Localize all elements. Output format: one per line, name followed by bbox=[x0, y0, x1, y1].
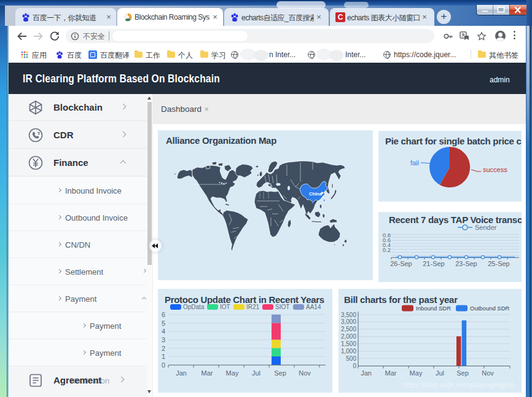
svg-text:3,000: 3,000 bbox=[341, 318, 356, 325]
svg-text:Jul: Jul bbox=[436, 369, 444, 377]
svg-text:May: May bbox=[410, 369, 423, 377]
svg-text:Outbound SDR: Outbound SDR bbox=[470, 305, 510, 312]
svg-text:3,500: 3,500 bbox=[341, 312, 356, 318]
svg-text:26-Sep: 26-Sep bbox=[390, 260, 412, 267]
svg-text:IOT: IOT bbox=[220, 304, 230, 310]
svg-text:Sender: Sender bbox=[475, 224, 497, 231]
svg-text:Sep: Sep bbox=[456, 369, 469, 377]
svg-text:fail: fail bbox=[410, 159, 419, 167]
svg-text:1: 1 bbox=[162, 353, 165, 360]
svg-text:500: 500 bbox=[346, 355, 356, 362]
svg-text:China: China bbox=[309, 191, 323, 197]
svg-text:3: 3 bbox=[162, 336, 165, 344]
svg-text:AA14: AA14 bbox=[306, 304, 321, 310]
svg-text:0: 0 bbox=[353, 363, 356, 369]
svg-text:0.2: 0.2 bbox=[383, 246, 391, 253]
svg-text:1,000: 1,000 bbox=[341, 348, 356, 355]
svg-text:Jan: Jan bbox=[176, 369, 187, 377]
svg-text:Mar: Mar bbox=[201, 369, 213, 377]
svg-text:SIOT: SIOT bbox=[275, 304, 289, 310]
svg-text:21-Sep: 21-Sep bbox=[423, 260, 444, 267]
svg-text:1,500: 1,500 bbox=[341, 340, 356, 347]
svg-text:OpData: OpData bbox=[183, 304, 205, 310]
svg-text:Nov: Nov bbox=[482, 369, 494, 377]
svg-text:2,500: 2,500 bbox=[341, 326, 356, 332]
svg-text:4: 4 bbox=[162, 328, 165, 335]
svg-text:Jul: Jul bbox=[252, 369, 260, 377]
svg-text:0: 0 bbox=[162, 361, 165, 369]
svg-text:success: success bbox=[483, 166, 507, 173]
svg-text:25-Sep: 25-Sep bbox=[488, 260, 509, 267]
svg-text:23-Sep: 23-Sep bbox=[455, 260, 477, 267]
svg-text:6: 6 bbox=[162, 311, 165, 318]
svg-text:Inbound SDR: Inbound SDR bbox=[416, 305, 451, 312]
svg-text:Nov: Nov bbox=[299, 369, 311, 377]
svg-text:2: 2 bbox=[162, 345, 165, 352]
svg-text:IR21: IR21 bbox=[246, 304, 260, 310]
svg-text:May: May bbox=[226, 369, 239, 377]
svg-text:Sep: Sep bbox=[274, 369, 286, 377]
svg-text:Mar: Mar bbox=[385, 369, 397, 377]
svg-text:2,000: 2,000 bbox=[341, 333, 356, 340]
svg-text:Jan: Jan bbox=[361, 369, 372, 377]
svg-text:5: 5 bbox=[162, 320, 165, 327]
